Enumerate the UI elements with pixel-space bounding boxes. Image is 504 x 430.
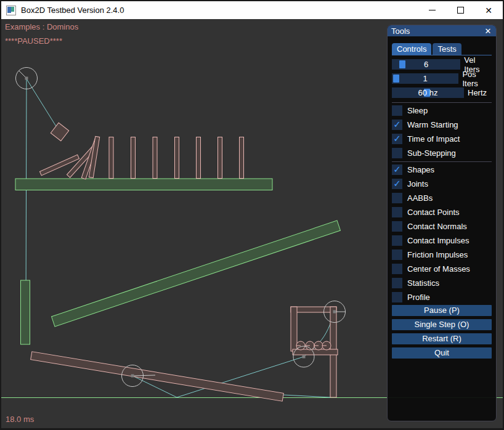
paused-status: ****PAUSED**** [5,36,62,46]
checkbox-label: AABBs [407,193,433,203]
checkbox-box[interactable]: ✓ [392,134,402,144]
checkbox-label: Center of Masses [407,264,470,274]
checkbox-label: Contact Points [407,208,460,217]
checkbox-label: Shapes [407,165,434,174]
checkbox-box[interactable] [392,235,402,246]
domino [131,137,136,179]
check-icon [392,235,402,245]
checkbox-box[interactable]: ✓ [392,164,402,175]
domino [218,137,222,179]
maximize-button[interactable] [446,1,474,19]
example-label: Examples : Dominos [5,22,78,31]
checkbox-box[interactable] [392,105,402,116]
window-border [0,0,504,1]
checkbox-box[interactable] [392,292,402,302]
checkbox-friction-impulses[interactable]: Friction Impulses [392,249,492,260]
dominos [39,136,243,179]
checkbox-box[interactable] [392,193,402,203]
app-window: Examples : Dominos ****PAUSED**** 18.0 m… [0,0,504,430]
check-icon: ✓ [392,178,402,189]
domino [175,137,179,179]
checkbox-center-of-masses[interactable]: Center of Masses [392,264,492,274]
close-button[interactable]: ✕ [474,1,503,19]
cradle-frame [291,307,338,397]
domino [197,137,201,179]
check-icon [392,192,402,203]
slider-label: Hertz [468,88,487,97]
checkbox-box[interactable] [392,148,402,158]
checkbox-joints[interactable]: ✓ Joints [392,179,492,189]
quit-button[interactable]: Quit [392,347,492,359]
domino [240,137,244,179]
frame-time: 18.0 ms [6,415,34,424]
domino [109,137,113,179]
pos-iters-slider[interactable]: 1 [392,73,458,84]
tab-bar: Controls Tests [392,43,492,55]
seesaw-plank [31,352,284,401]
slider-value: 60 hz [392,87,464,98]
check-icon [392,277,402,288]
checkbox-sleep[interactable]: Sleep [392,105,492,116]
tab-tests[interactable]: Tests [433,43,461,55]
minimize-button[interactable] [418,1,446,19]
domino [153,137,157,179]
checkbox-profile[interactable]: Profile [392,292,492,302]
check-icon: ✓ [392,119,402,129]
app-icon [6,6,16,15]
slider-label: Pos Iters [462,70,492,88]
check-icon [392,263,402,274]
checkbox-box[interactable] [392,221,402,232]
checkbox-label: Statistics [407,278,439,288]
checkbox-box[interactable] [392,249,402,260]
window-titlebar[interactable]: Box2D Testbed Version 2.4.0 ✕ [1,1,503,19]
tools-panel-title: Tools [391,26,484,36]
checkbox-label: Profile [407,293,430,302]
check-icon: ✓ [392,133,402,144]
checkbox-box[interactable] [392,278,402,288]
checkbox-contact-impulses[interactable]: Contact Impulses [392,235,492,246]
vertical-plank [21,280,30,344]
separator [392,161,492,162]
checkbox-contact-normals[interactable]: Contact Normals [392,221,492,232]
checkbox-label: Contact Impulses [407,236,469,245]
vel-iters-slider[interactable]: 6 [392,59,460,70]
checkbox-label: Friction Impulses [407,250,468,259]
maximize-icon [457,7,464,14]
checkbox-statistics[interactable]: Statistics [392,278,492,288]
checkbox-label: Joints [407,179,428,189]
single-step-button[interactable]: Single Step (O) [392,319,492,330]
slider-value: 6 [392,59,460,70]
checkbox-aabbs[interactable]: AABBs [392,193,492,203]
checkbox-box[interactable]: ✓ [392,120,402,130]
checkbox-label: Contact Normals [407,222,467,231]
tools-panel-titlebar[interactable]: Tools ✕ [388,25,496,36]
checkbox-box[interactable] [392,207,402,217]
check-icon [392,249,402,259]
window-title: Box2D Testbed Version 2.4.0 [21,6,124,15]
checkbox-label: Sleep [407,106,428,115]
checkbox-contact-points[interactable]: Contact Points [392,207,492,217]
domino-shelf [15,179,272,190]
check-icon [392,147,402,158]
pause-button[interactable]: Pause (P) [392,305,492,316]
checkbox-warm-starting[interactable]: ✓ Warm Starting [392,120,492,130]
checkbox-time-of-impact[interactable]: ✓ Time of Impact [392,134,492,144]
hanging-box [51,123,68,140]
checkbox-box[interactable]: ✓ [392,179,402,189]
check-icon [392,206,402,217]
checkbox-label: Time of Impact [407,134,460,144]
hertz-slider[interactable]: 60 hz [392,87,464,98]
check-icon [392,221,402,231]
checkbox-box[interactable] [392,264,402,274]
restart-button[interactable]: Restart (R) [392,333,492,344]
checkbox-sub-stepping[interactable]: Sub-Stepping [392,148,492,158]
minimize-icon [429,10,436,10]
tab-controls[interactable]: Controls [392,43,431,55]
separator [392,102,492,103]
window-border [0,0,1,430]
tools-panel: Tools ✕ Controls Tests 6 Vel Iters 1 P [387,25,497,421]
checkbox-label: Warm Starting [407,120,458,129]
checkbox-label: Sub-Stepping [407,148,456,158]
panel-close-icon[interactable]: ✕ [484,26,492,35]
checkbox-shapes[interactable]: ✓ Shapes [392,164,492,175]
